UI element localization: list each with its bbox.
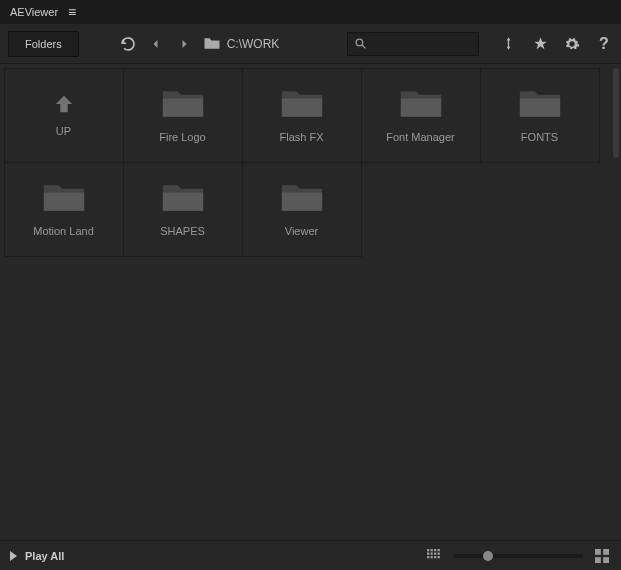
gear-icon[interactable] <box>563 35 581 53</box>
forward-arrow-icon[interactable] <box>175 35 193 53</box>
svg-rect-12 <box>434 556 436 558</box>
svg-rect-4 <box>434 549 436 551</box>
titlebar: AEViewer ≡ <box>0 0 621 24</box>
search-box[interactable] <box>347 32 479 56</box>
star-icon[interactable] <box>531 35 549 53</box>
folder-icon <box>280 181 324 215</box>
folder-item[interactable]: Viewer <box>242 162 362 257</box>
content-area: UPFire LogoFlash FXFont ManagerFONTSMoti… <box>0 64 621 540</box>
folder-item[interactable]: Motion Land <box>4 162 124 257</box>
footer: Play All <box>0 540 621 570</box>
item-label: Fire Logo <box>159 131 205 143</box>
svg-rect-17 <box>603 557 609 563</box>
svg-rect-11 <box>431 556 433 558</box>
svg-rect-7 <box>431 552 433 554</box>
up-arrow-icon <box>53 93 75 115</box>
search-icon <box>354 37 367 50</box>
item-label: SHAPES <box>160 225 205 237</box>
back-arrow-icon[interactable] <box>147 35 165 53</box>
folder-icon <box>161 87 205 121</box>
help-icon[interactable]: ? <box>595 35 613 53</box>
folder-icon <box>42 181 86 215</box>
folder-grid: UPFire LogoFlash FXFont ManagerFONTSMoti… <box>4 68 615 256</box>
svg-rect-16 <box>595 557 601 563</box>
scrollbar[interactable] <box>613 68 619 158</box>
folder-icon <box>518 87 562 121</box>
svg-rect-8 <box>434 552 436 554</box>
svg-rect-13 <box>438 556 440 558</box>
toolbar: Folders C:\WORK ? <box>0 24 621 64</box>
play-all-label: Play All <box>25 550 64 562</box>
item-label: Viewer <box>285 225 318 237</box>
grid-large-icon[interactable] <box>593 547 611 565</box>
zoom-slider[interactable] <box>453 554 583 558</box>
up-folder-item[interactable]: UP <box>4 68 124 163</box>
folder-icon <box>161 181 205 215</box>
svg-point-0 <box>356 39 363 46</box>
svg-rect-10 <box>427 556 429 558</box>
sync-icon[interactable] <box>499 35 517 53</box>
refresh-icon[interactable] <box>119 35 137 53</box>
folder-item[interactable]: SHAPES <box>123 162 243 257</box>
item-label: Font Manager <box>386 131 454 143</box>
svg-rect-15 <box>603 549 609 555</box>
svg-rect-6 <box>427 552 429 554</box>
folder-item[interactable]: Flash FX <box>242 68 362 163</box>
item-label: UP <box>56 125 71 137</box>
folder-item[interactable]: Font Manager <box>361 68 481 163</box>
search-input[interactable] <box>373 38 472 50</box>
zoom-slider-thumb[interactable] <box>483 551 493 561</box>
folders-button[interactable]: Folders <box>8 31 79 57</box>
folder-icon <box>203 35 221 53</box>
play-icon <box>10 551 17 561</box>
path-text: C:\WORK <box>227 37 280 51</box>
folder-item[interactable]: Fire Logo <box>123 68 243 163</box>
svg-rect-9 <box>438 552 440 554</box>
path-display[interactable]: C:\WORK <box>203 35 280 53</box>
svg-rect-14 <box>595 549 601 555</box>
folder-item[interactable]: FONTS <box>480 68 600 163</box>
item-label: FONTS <box>521 131 558 143</box>
svg-rect-5 <box>438 549 440 551</box>
play-all-button[interactable]: Play All <box>10 550 64 562</box>
folder-icon <box>399 87 443 121</box>
grid-small-icon[interactable] <box>425 547 443 565</box>
svg-line-1 <box>362 45 365 48</box>
hamburger-menu-icon[interactable]: ≡ <box>68 5 76 19</box>
app-title: AEViewer <box>10 6 58 18</box>
item-label: Flash FX <box>279 131 323 143</box>
item-label: Motion Land <box>33 225 94 237</box>
svg-rect-3 <box>431 549 433 551</box>
svg-rect-2 <box>427 549 429 551</box>
folder-icon <box>280 87 324 121</box>
